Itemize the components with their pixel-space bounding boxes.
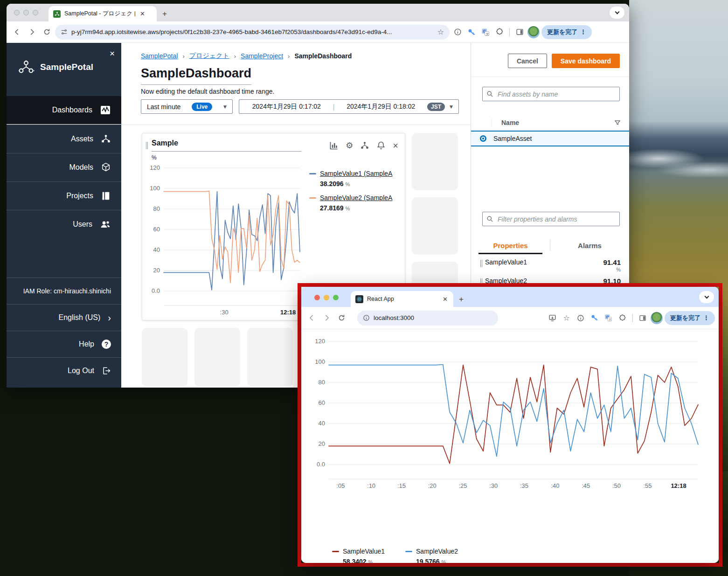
- sidebar-close-icon[interactable]: ×: [110, 49, 115, 59]
- url-text[interactable]: localhost:3000: [374, 314, 492, 321]
- side-panel-icon[interactable]: [513, 26, 526, 38]
- browser-tab[interactable]: SamplePotal - プロジェクト - S ✕: [49, 6, 157, 21]
- extensions-icon[interactable]: [493, 26, 506, 38]
- browser-tab[interactable]: React App ✕: [351, 291, 453, 307]
- chevron-right-icon: ›: [108, 312, 111, 323]
- widget-asset-icon[interactable]: [360, 141, 369, 150]
- react-line-chart: 0.020406080100120:05:10:15:20:25:30:35:4…: [311, 335, 712, 498]
- legend-entry[interactable]: SampleValue2 19.5766 %: [405, 548, 458, 563]
- chevron-down-icon: [704, 294, 709, 299]
- url-text[interactable]: p-yj7rm94d.app.iotsitewise.aws/projects/…: [71, 28, 434, 35]
- bookmark-star-icon[interactable]: ☆: [437, 28, 444, 36]
- translate-icon[interactable]: G文: [479, 26, 492, 38]
- help-icon: ?: [102, 340, 111, 349]
- sidebar-item-users[interactable]: Users: [7, 210, 121, 238]
- widget-alarm-icon[interactable]: [376, 141, 386, 150]
- help-item[interactable]: Help ?: [7, 331, 121, 357]
- back-button[interactable]: [305, 312, 318, 325]
- legend-entry[interactable]: SampleValue1 (SampleA 38.2096 %: [309, 170, 403, 187]
- svg-text:40: 40: [319, 420, 325, 427]
- legend-entry[interactable]: SampleValue2 (SampleA 27.8169 %: [309, 194, 403, 212]
- password-key-icon[interactable]: [465, 26, 478, 38]
- series1-name[interactable]: SampleValue1 (SampleA: [320, 170, 392, 177]
- browser-menu-icon[interactable]: ⋮: [703, 314, 709, 321]
- new-tab-button[interactable]: +: [459, 295, 464, 304]
- filter-properties-search[interactable]: [482, 212, 620, 226]
- zoom-window-button[interactable]: [33, 10, 38, 15]
- site-info-icon[interactable]: [363, 314, 370, 321]
- sidebar-item-assets[interactable]: Assets: [7, 125, 121, 153]
- chart-type-icon[interactable]: [329, 141, 339, 150]
- bookmark-star-icon[interactable]: ☆: [561, 312, 573, 324]
- info-icon[interactable]: [451, 26, 464, 38]
- new-tab-button[interactable]: +: [162, 9, 167, 19]
- find-assets-input[interactable]: [497, 90, 616, 98]
- forward-button[interactable]: [25, 26, 38, 39]
- widget-close-icon[interactable]: ×: [393, 141, 398, 150]
- drag-handle-icon[interactable]: [146, 142, 148, 149]
- time-range-controls: Last minute Live ▼ 2024年1月29日 0:17:02 | …: [141, 99, 459, 114]
- legend-entry[interactable]: SampleValue1 58.3402 %: [332, 548, 385, 563]
- tab-properties[interactable]: Properties: [471, 242, 550, 250]
- save-dashboard-button[interactable]: Save dashboard: [552, 54, 620, 68]
- range-divider: |: [333, 103, 335, 111]
- extensions-icon[interactable]: [617, 312, 629, 324]
- install-app-icon[interactable]: [547, 312, 559, 324]
- zoom-window-button[interactable]: [333, 295, 339, 300]
- minimize-window-button[interactable]: [23, 10, 29, 15]
- refresh-complete-button[interactable]: 更新を完了 ⋮: [541, 25, 592, 39]
- tab-search-button[interactable]: [610, 7, 624, 19]
- window-controls[interactable]: [14, 10, 38, 15]
- time-range-select[interactable]: Last minute Live ▼: [141, 99, 233, 114]
- breadcrumb-link-projects[interactable]: プロジェクト: [189, 52, 229, 60]
- reload-button[interactable]: [40, 26, 53, 39]
- projects-icon: [101, 191, 111, 201]
- side-panel-icon[interactable]: [637, 312, 649, 324]
- address-bar[interactable]: p-yj7rm94d.app.iotsitewise.aws/projects/…: [55, 25, 450, 40]
- widget-settings-icon[interactable]: ⚙: [346, 141, 353, 150]
- series2-name: SampleValue2: [416, 548, 458, 555]
- tab-alarms[interactable]: Alarms: [550, 242, 629, 250]
- address-bar[interactable]: localhost:3000: [357, 311, 498, 326]
- refresh-complete-button[interactable]: 更新を完了 ⋮: [665, 311, 715, 325]
- password-key-icon[interactable]: [589, 312, 601, 324]
- profile-avatar[interactable]: [651, 312, 663, 324]
- tab-search-button[interactable]: [699, 291, 714, 303]
- sidebar-item-projects[interactable]: Projects: [7, 181, 121, 210]
- profile-avatar[interactable]: [527, 26, 540, 38]
- sidebar-item-models[interactable]: Models: [7, 153, 121, 181]
- minimize-window-button[interactable]: [324, 295, 329, 300]
- forward-button[interactable]: [320, 312, 333, 325]
- cancel-button[interactable]: Cancel: [508, 54, 547, 68]
- close-window-button[interactable]: [314, 295, 320, 300]
- reload-button[interactable]: [335, 312, 348, 325]
- logout-item[interactable]: Log Out: [7, 357, 121, 384]
- back-button[interactable]: [10, 26, 23, 39]
- radio-selected-icon[interactable]: [479, 135, 487, 142]
- svg-text::20: :20: [428, 482, 437, 489]
- find-assets-search[interactable]: [482, 87, 620, 101]
- breadcrumb-link-portal[interactable]: SamplePotal: [141, 52, 178, 60]
- close-window-button[interactable]: [14, 10, 20, 15]
- browser-menu-icon[interactable]: ⋮: [580, 28, 586, 35]
- asset-row-selected[interactable]: SampleAsset: [471, 131, 629, 146]
- range-start[interactable]: 2024年1月29日 0:17:02: [245, 103, 328, 111]
- filter-funnel-icon[interactable]: [614, 119, 621, 126]
- language-selector[interactable]: English (US) ›: [7, 304, 121, 331]
- close-tab-icon[interactable]: ✕: [139, 10, 146, 17]
- site-settings-icon[interactable]: [61, 28, 68, 35]
- close-tab-icon[interactable]: ✕: [442, 296, 449, 303]
- info-icon[interactable]: [575, 312, 587, 324]
- date-range-picker[interactable]: 2024年1月29日 0:17:02 | 2024年1月29日 0:18:02 …: [239, 99, 459, 114]
- breadcrumb-link-project[interactable]: SampleProject: [241, 52, 283, 60]
- range-end[interactable]: 2024年1月29日 0:18:02: [339, 103, 423, 111]
- drag-handle-icon[interactable]: [480, 260, 482, 267]
- sidebar-item-dashboards[interactable]: Dashboards: [7, 96, 121, 125]
- window-controls[interactable]: [314, 295, 339, 300]
- series2-name[interactable]: SampleValue2 (SampleA: [320, 194, 392, 201]
- filter-properties-input[interactable]: [497, 215, 616, 223]
- name-column-header[interactable]: Name: [501, 119, 519, 126]
- property-row[interactable]: SampleValue1 91.41 %: [471, 258, 629, 272]
- widget-title[interactable]: Sample: [152, 139, 178, 147]
- translate-icon[interactable]: G文: [603, 312, 615, 324]
